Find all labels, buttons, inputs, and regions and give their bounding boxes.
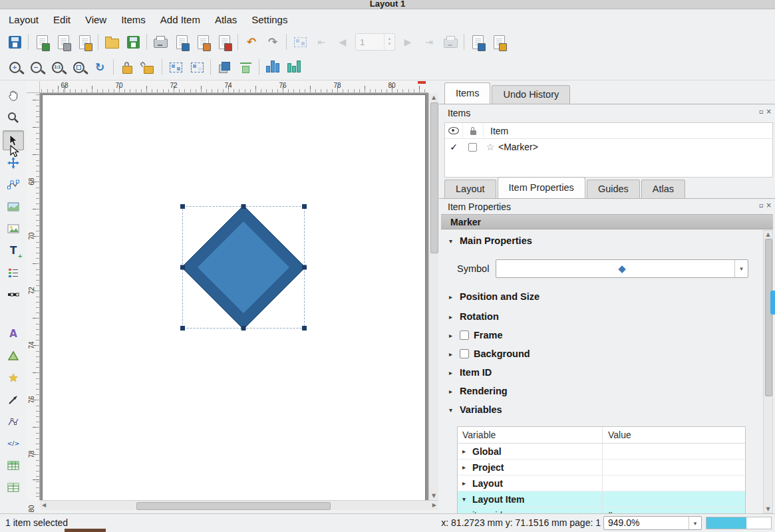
section-rotation[interactable]: ▸ Rotation (449, 311, 499, 322)
selection-handle[interactable] (180, 204, 185, 209)
ungroup-items-button[interactable] (187, 57, 207, 77)
add-picture-button[interactable] (3, 219, 23, 238)
print-atlas-button[interactable] (440, 32, 460, 52)
variables-row-layout-item[interactable]: ▾Layout Item (458, 491, 745, 507)
next-feature-button[interactable]: ▶ (398, 32, 418, 52)
add-label-button[interactable]: T + (3, 241, 23, 260)
selection-handle[interactable] (302, 204, 307, 209)
chevron-right-icon[interactable]: ▸ (462, 464, 469, 471)
atlas-page-spinner[interactable]: 1 ▴▾ (355, 33, 395, 51)
zoom-tool-button[interactable] (3, 108, 23, 127)
scroll-down-icon[interactable]: ▼ (764, 506, 772, 512)
export-svg-button[interactable] (193, 32, 213, 52)
selection-handle[interactable] (241, 326, 246, 331)
tab-items[interactable]: Items (444, 82, 490, 104)
frame-checkbox[interactable] (460, 331, 469, 340)
layout-manager-button[interactable] (75, 32, 94, 52)
close-panel-icon[interactable]: × (766, 108, 772, 115)
zoom-full-button[interactable] (69, 57, 88, 77)
refresh-view-button[interactable]: ↻ (90, 57, 110, 77)
chevron-down-icon[interactable]: ▾ (462, 495, 469, 503)
preview-atlas-button[interactable] (290, 32, 310, 52)
canvas-vertical-scrollbar[interactable]: ▲ ▼ (428, 93, 438, 500)
canvas-vertical-scroll-thumb[interactable] (430, 102, 438, 253)
menu-atlas[interactable]: Atlas (208, 9, 244, 29)
duplicate-layout-button[interactable] (53, 32, 73, 52)
scroll-right-icon[interactable]: ▶ (432, 502, 436, 508)
marker-item[interactable] (176, 200, 311, 335)
first-feature-button[interactable]: ⇤ (311, 32, 331, 52)
add-legend-button[interactable] (3, 263, 23, 282)
tab-layout[interactable]: Layout (444, 180, 496, 198)
layout-canvas[interactable] (40, 93, 428, 500)
add-scalebar-button[interactable] (3, 285, 23, 304)
variables-row-project[interactable]: ▸Project (458, 460, 745, 475)
variables-row-global[interactable]: ▸Global (458, 444, 745, 460)
resize-items-button[interactable] (284, 57, 304, 77)
redo-button[interactable]: ↷ (263, 32, 283, 52)
add-node-item-button[interactable] (3, 412, 23, 431)
tab-atlas[interactable]: Atlas (641, 180, 685, 198)
lock-checkbox[interactable] (468, 143, 477, 152)
scroll-up-icon[interactable]: ▲ (429, 94, 438, 100)
zoom-out-button[interactable]: − (26, 57, 46, 77)
symbol-selector[interactable]: ◆ ▾ (496, 259, 748, 278)
variables-row-item-id[interactable]: item_id '' (458, 507, 745, 513)
align-items-button[interactable] (235, 57, 255, 77)
collapsed-panel-handle[interactable] (770, 291, 775, 315)
add-marker-button[interactable]: ★ (3, 368, 23, 387)
tab-undo-history[interactable]: Undo History (492, 85, 570, 104)
group-items-button[interactable] (166, 57, 186, 77)
add-attribute-table-button[interactable] (3, 456, 23, 475)
selection-handle[interactable] (241, 204, 246, 209)
new-layout-button[interactable] (32, 32, 52, 52)
canvas-horizontal-scrollbar[interactable]: ◀ ▶ (40, 500, 438, 510)
tab-item-properties[interactable]: Item Properties (498, 177, 585, 198)
add-html-button[interactable]: </> (3, 434, 23, 453)
undo-button[interactable]: ↶ (241, 32, 261, 52)
distribute-items-button[interactable] (263, 57, 283, 77)
close-panel-icon[interactable]: × (766, 201, 772, 209)
previous-feature-button[interactable]: ◀ (333, 32, 353, 52)
selection-handle[interactable] (180, 265, 185, 270)
chevron-down-icon[interactable]: ▾ (734, 260, 748, 277)
save-template-button[interactable] (123, 32, 143, 52)
zoom-actual-button[interactable]: 1:1 (47, 57, 67, 77)
export-atlas-button[interactable] (468, 32, 488, 52)
menu-layout[interactable]: Layout (1, 9, 46, 29)
visibility-check-icon[interactable]: ✓ (445, 142, 462, 152)
variables-row-layout[interactable]: ▸Layout (458, 475, 745, 491)
selection-handle[interactable] (302, 326, 307, 331)
menu-items[interactable]: Items (114, 9, 153, 29)
section-rendering[interactable]: ▸ Rendering (449, 386, 508, 396)
chevron-right-icon[interactable]: ▸ (462, 479, 469, 487)
save-project-button[interactable] (5, 32, 25, 52)
tab-guides[interactable]: Guides (587, 180, 640, 198)
scroll-down-icon[interactable]: ▼ (429, 493, 438, 499)
load-template-button[interactable] (102, 32, 122, 52)
print-layout-button[interactable] (150, 32, 170, 52)
selection-handle[interactable] (302, 265, 307, 270)
pan-tool-button[interactable] (3, 86, 23, 105)
unlock-items-button[interactable] (138, 57, 158, 77)
section-main-properties[interactable]: ▾ Main Properties (449, 235, 532, 246)
canvas-horizontal-scroll-thumb[interactable] (136, 502, 331, 510)
float-panel-icon[interactable]: ▫ (759, 201, 764, 209)
export-pdf-button[interactable] (214, 32, 234, 52)
chevron-right-icon[interactable]: ▸ (462, 448, 469, 455)
section-variables[interactable]: ▾ Variables (449, 404, 502, 415)
menu-edit[interactable]: Edit (46, 9, 78, 29)
section-item-id[interactable]: ▸ Item ID (449, 367, 492, 378)
add-map-button[interactable] (3, 198, 23, 216)
spinner-arrows-icon[interactable]: ▴▾ (384, 34, 394, 50)
float-panel-icon[interactable]: ▫ (759, 108, 764, 115)
add-north-arrow-button[interactable]: A (3, 325, 23, 343)
add-fixed-table-button[interactable] (3, 478, 23, 497)
scroll-up-icon[interactable]: ▲ (764, 231, 772, 237)
menu-add-item[interactable]: Add Item (153, 9, 208, 29)
section-frame[interactable]: ▸ Frame (449, 330, 503, 340)
item-row-marker[interactable]: ✓ ☆ <Marker> (445, 139, 772, 155)
export-image-button[interactable] (172, 32, 192, 52)
edit-nodes-item-button[interactable] (3, 176, 23, 194)
selection-handle[interactable] (180, 326, 185, 331)
